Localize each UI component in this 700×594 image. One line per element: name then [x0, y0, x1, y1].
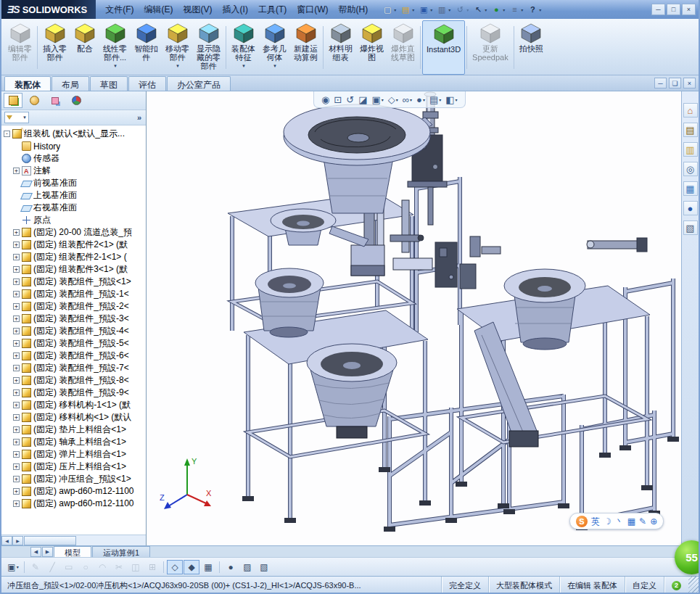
display-shaded-button[interactable]: ◆ [184, 560, 199, 574]
collapse-icon[interactable]: - [4, 131, 10, 137]
bill-of-materials-button[interactable]: 材料明细表 [325, 20, 356, 75]
tree-item[interactable]: +(固定) 装配组件_預設-4< [4, 325, 146, 337]
propertymanager-tab[interactable] [25, 93, 44, 108]
tree-item[interactable]: +(固定) 装配组件_預設-3< [4, 313, 146, 325]
expand-icon[interactable]: + [13, 476, 20, 482]
expand-icon[interactable]: + [13, 377, 20, 384]
expand-icon[interactable]: + [13, 500, 20, 507]
expand-icon[interactable]: + [13, 229, 20, 236]
file-explorer-button[interactable]: ▥ [683, 142, 698, 157]
expand-icon[interactable]: + [13, 402, 20, 408]
grid-snap-button[interactable]: ▦ [200, 560, 216, 574]
ime-toolbox-icon[interactable]: ⊕ [650, 514, 657, 529]
tree-item[interactable]: +(固定) 轴承上料组合<1> [4, 436, 146, 448]
edit-component-button[interactable]: 编辑零部件 [4, 20, 36, 75]
tab-scroll-left-button[interactable]: ◀ [30, 547, 41, 557]
tab-装配体[interactable]: 装配体 [4, 76, 51, 91]
tree-horizontal-scrollbar[interactable]: ◀ ▶ [1, 535, 146, 545]
tree-item[interactable]: +(固定) 冲压组合_預設<1> [4, 473, 146, 485]
tree-item[interactable]: +(固定) 装配组件_預設-2< [4, 300, 146, 313]
expand-icon[interactable]: + [13, 315, 20, 322]
mate-button[interactable]: 配合 [70, 20, 99, 75]
save-sketch-button[interactable]: ▣▾ [5, 560, 21, 574]
edit-color-button[interactable]: ● [223, 560, 239, 574]
scrollbar-thumb[interactable] [24, 536, 76, 545]
tree-item[interactable]: +(固定) awp-d60-m12-1100 [4, 498, 146, 510]
expand-icon[interactable]: + [13, 414, 20, 421]
menu-item[interactable]: 帮助(H) [334, 1, 374, 18]
explode-line-sketch-button[interactable]: 爆炸直线草图 [387, 20, 419, 75]
tree-item[interactable]: 原点 [4, 214, 146, 226]
expand-icon[interactable]: + [13, 426, 20, 433]
open-button[interactable]: ▤▾ [398, 2, 416, 17]
options-button[interactable]: ≡▾ [507, 2, 524, 17]
appearances-scenes-button[interactable]: ● [683, 201, 698, 215]
view-orientation-button[interactable]: ▣▾ [370, 93, 384, 106]
help-button[interactable]: ?▾ [525, 2, 543, 17]
tree-item[interactable]: +(固定) 装配组件_預設-5< [4, 337, 146, 350]
undo-button[interactable]: ↺▾ [453, 2, 470, 17]
show-hidden-components-button[interactable]: 显示隐藏的零部件 [193, 20, 224, 75]
expand-icon[interactable]: + [13, 451, 20, 458]
maximize-button[interactable]: □ [667, 4, 680, 15]
expand-icon[interactable]: + [13, 352, 20, 359]
menu-item[interactable]: 编辑(E) [139, 1, 178, 18]
tree-item[interactable]: +(固定) 装配组件_預設-1< [4, 288, 146, 300]
tree-item[interactable]: +(固定) 装配组件_預設-6< [4, 350, 146, 362]
tree-item[interactable]: +(固定) 20-00 流道总装_預 [4, 226, 146, 239]
zoom-fit-button[interactable]: ◉ [320, 93, 331, 106]
display-style-button[interactable]: ◇▾ [387, 93, 400, 106]
instant3d-button[interactable]: Instant3D [422, 20, 465, 75]
design-library-button[interactable]: ▤ [683, 123, 698, 137]
expand-icon[interactable]: + [13, 291, 20, 297]
assembly-features-button[interactable]: 装配体特征▼ [228, 20, 259, 75]
expand-icon[interactable]: + [13, 242, 20, 248]
graphics-area[interactable]: ◉⊡↺◪▣▾◇▾∞▾●▾▤▾◧▾ Y Z X S 英☽丶▦✎⊕ [147, 91, 681, 545]
trim-entities-button[interactable]: ✂ [111, 560, 127, 574]
tree-item[interactable]: +(固定) 装配组件_預設-9< [4, 387, 146, 399]
edit-appearance-button[interactable]: ●▾ [415, 93, 427, 106]
tab-运动算例1[interactable]: 运动算例1 [92, 546, 150, 557]
linear-sketch-pattern-button[interactable]: ⊞ [144, 560, 160, 574]
take-snapshot-button[interactable]: 拍快照 [516, 20, 547, 75]
rebuild-button[interactable]: ●▾ [489, 2, 506, 17]
expand-icon[interactable]: + [13, 488, 20, 495]
expand-icon[interactable]: + [13, 365, 20, 371]
doc-minimize-button[interactable]: ─ [654, 78, 667, 88]
tree-root[interactable]: -⚠组装机 (默认<默认_显示... [4, 128, 146, 140]
scroll-right-icon[interactable]: ▶ [12, 536, 23, 545]
zoom-area-button[interactable]: ⊡ [332, 93, 343, 106]
tree-item[interactable]: +(固定) 压片上料组合<1> [4, 461, 146, 473]
insert-components-button[interactable]: 插入零部件 [39, 20, 70, 75]
doc-restore-button[interactable]: ❏ [669, 78, 681, 88]
menu-item[interactable]: 文件(F) [100, 1, 139, 18]
tree-item[interactable]: +(固定) 装配组件_預設-8< [4, 374, 146, 387]
tree-item[interactable]: 前视基准面 [4, 177, 146, 189]
tab-模型[interactable]: 模型 [54, 546, 91, 557]
assembly-model[interactable] [147, 91, 681, 545]
ime-punctuation-icon[interactable]: 丶 [615, 514, 624, 529]
arc-button[interactable]: ◠ [94, 560, 110, 574]
menu-item[interactable]: 插入(I) [218, 1, 253, 18]
expand-icon[interactable]: + [13, 389, 20, 396]
sketch-button[interactable]: ✎ [28, 560, 44, 574]
texture-button[interactable]: ▨ [239, 560, 255, 574]
expand-icon[interactable]: + [13, 279, 20, 285]
line-button[interactable]: ╱ [44, 560, 60, 574]
menu-item[interactable]: 工具(T) [253, 1, 292, 18]
expand-icon[interactable]: + [13, 439, 20, 445]
new-button[interactable]: ▢▾ [380, 2, 398, 17]
linear-component-pattern-button[interactable]: 线性零部件...▼ [99, 20, 131, 75]
displaymanager-tab[interactable] [67, 93, 86, 108]
tree-display-dropdown[interactable]: ▼ [4, 112, 29, 123]
select-button[interactable]: ↖▾ [471, 2, 488, 17]
tree-item[interactable]: 上视基准面 [4, 189, 146, 202]
move-component-button[interactable]: 移动零部件▼ [162, 20, 193, 75]
display-wireframe-button[interactable]: ◇ [167, 560, 183, 574]
tree-item[interactable]: +(固定) 移料机构<1> (默认 [4, 411, 146, 424]
save-button[interactable]: ▣▾ [416, 2, 434, 17]
ime-fullhalf-moon-icon[interactable]: ☽ [604, 514, 612, 529]
view-settings-button[interactable]: ◧▾ [444, 93, 458, 106]
search-button[interactable]: ◎ [683, 162, 698, 176]
tab-草图[interactable]: 草图 [90, 76, 128, 91]
